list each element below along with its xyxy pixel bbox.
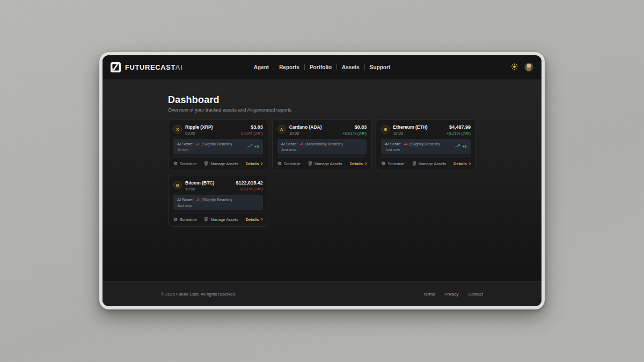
- ai-score-value: -3: [196, 197, 200, 202]
- trend-badge: +2: [247, 144, 259, 149]
- ai-sentiment: (Slightly Bearish): [202, 142, 232, 146]
- theme-toggle-button[interactable]: [510, 62, 519, 73]
- nav-item-portfolio[interactable]: Portfolio: [305, 63, 336, 72]
- header-right: [510, 62, 533, 73]
- footer-link-contact[interactable]: Contact: [468, 292, 483, 297]
- ai-score-value: -3: [196, 142, 200, 146]
- asset-card: A Cardano (ADA) 10:00 $0.83 +0.01% (24h)…: [272, 119, 372, 171]
- asset-initial-icon: A: [277, 125, 286, 134]
- trending-up-icon: [455, 144, 460, 149]
- asset-name: Bitcoin (BTC): [185, 180, 214, 186]
- manage-assets-button[interactable]: Manage Assets: [204, 161, 238, 167]
- asset-price: $3.03: [251, 124, 263, 130]
- page-subtitle: Overview of your tracked assets and AI-g…: [168, 107, 476, 113]
- asset-card: B Bitcoin (BTC) 10:00 $122,015.42 -0.01%…: [168, 175, 268, 227]
- gear-icon: ⚙: [381, 161, 385, 166]
- asset-price: $4,487.99: [449, 124, 471, 130]
- trend-value: +2: [254, 144, 259, 149]
- details-button[interactable]: Details ›: [246, 161, 263, 166]
- ai-sentiment: (Slightly Bearish): [409, 142, 440, 146]
- ai-sentiment: (Moderately Bearish): [305, 142, 343, 146]
- asset-change: -1.93% (24h): [239, 131, 262, 136]
- trash-icon: [308, 161, 312, 167]
- ai-score-panel: AI Score: -4 (Slightly Bearish) Just now…: [381, 139, 471, 154]
- chevron-right-icon: ›: [261, 161, 262, 166]
- trash-icon: [204, 161, 208, 167]
- ai-score-label: AI Score:: [177, 142, 194, 146]
- asset-cards-grid: X Ripple (XRP) 09:00 $3.03 -1.93% (24h) …: [168, 119, 476, 227]
- gear-icon: ⚙: [173, 161, 178, 166]
- asset-time: 10:00: [393, 131, 427, 136]
- gear-icon: ⚙: [173, 217, 178, 222]
- copyright-text: © 2025 Future Cast. All rights reserved.: [161, 292, 236, 297]
- nav-item-reports[interactable]: Reports: [274, 63, 304, 72]
- asset-price: $0.83: [355, 124, 367, 130]
- details-button[interactable]: Details ›: [349, 161, 367, 166]
- ai-sentiment: (Slightly Bearish): [202, 197, 232, 202]
- ai-updated-time: Just now: [281, 148, 343, 152]
- trending-up-icon: [247, 144, 253, 149]
- asset-initial-icon: E: [381, 125, 390, 134]
- ai-score-value: -6: [300, 142, 304, 146]
- app-footer: © 2025 Future Cast. All rights reserved.…: [103, 281, 541, 306]
- desktop-background: FUTURECASTAI AgentReportsPortfolioAssets…: [0, 0, 644, 362]
- schedule-button[interactable]: ⚙ Schedule: [173, 217, 196, 222]
- ai-score-panel: AI Score: -3 (Slightly Bearish) Just now: [173, 195, 263, 210]
- ai-updated-time: Just now: [385, 148, 440, 152]
- user-avatar[interactable]: [524, 63, 533, 72]
- app-window: FUTURECASTAI AgentReportsPortfolioAssets…: [99, 52, 545, 309]
- ai-score-label: AI Score:: [281, 142, 298, 146]
- trash-icon: [204, 217, 208, 223]
- asset-name: Ethereum (ETH): [393, 124, 427, 130]
- asset-time: 10:00: [185, 187, 214, 191]
- details-button[interactable]: Details ›: [453, 161, 471, 166]
- trend-badge: +1: [455, 144, 467, 149]
- asset-price: $122,015.42: [236, 180, 263, 186]
- manage-assets-button[interactable]: Manage Assets: [204, 217, 238, 223]
- ai-score-label: AI Score:: [177, 197, 194, 202]
- manage-assets-button[interactable]: Manage Assets: [308, 161, 342, 167]
- nav-item-agent[interactable]: Agent: [249, 63, 274, 72]
- asset-card: X Ripple (XRP) 09:00 $3.03 -1.93% (24h) …: [168, 119, 268, 171]
- footer-link-terms[interactable]: Terms: [423, 292, 435, 297]
- trash-icon: [412, 161, 416, 167]
- brand-logo-icon: [111, 62, 121, 72]
- schedule-button[interactable]: ⚙ Schedule: [381, 161, 404, 166]
- asset-time: 09:00: [185, 131, 213, 136]
- trend-value: +1: [462, 144, 467, 149]
- app-header: FUTURECASTAI AgentReportsPortfolioAssets…: [103, 55, 541, 80]
- asset-change: -0.01% (24h): [239, 187, 262, 191]
- asset-name: Cardano (ADA): [289, 124, 322, 130]
- chevron-right-icon: ›: [261, 217, 262, 222]
- ai-updated-time: 1h ago: [177, 148, 232, 152]
- footer-links: TermsPrivacyContact: [423, 292, 483, 297]
- asset-change: +0.21% (24h): [447, 131, 471, 136]
- main-content: Dashboard Overview of your tracked asset…: [103, 80, 541, 281]
- ai-score-panel: AI Score: -6 (Moderately Bearish) Just n…: [277, 139, 367, 154]
- page-title: Dashboard: [168, 94, 476, 106]
- ai-score-value: -4: [404, 142, 407, 146]
- gear-icon: ⚙: [277, 161, 282, 166]
- asset-initial-icon: B: [173, 181, 182, 189]
- schedule-button[interactable]: ⚙ Schedule: [277, 161, 301, 166]
- asset-card: E Ethereum (ETH) 10:00 $4,487.99 +0.21% …: [376, 119, 476, 171]
- chevron-right-icon: ›: [469, 161, 471, 166]
- nav-item-support[interactable]: Support: [365, 63, 395, 72]
- ai-updated-time: Just now: [177, 204, 232, 208]
- brand[interactable]: FUTURECASTAI: [111, 62, 182, 72]
- asset-time: 10:00: [289, 131, 322, 136]
- brand-name: FUTURECASTAI: [125, 63, 182, 71]
- details-button[interactable]: Details ›: [246, 217, 263, 222]
- asset-change: +0.01% (24h): [342, 131, 367, 136]
- footer-link-privacy[interactable]: Privacy: [444, 292, 458, 297]
- asset-name: Ripple (XRP): [185, 124, 213, 130]
- chevron-right-icon: ›: [365, 161, 367, 166]
- ai-score-panel: AI Score: -3 (Slightly Bearish) 1h ago +…: [173, 139, 263, 154]
- schedule-button[interactable]: ⚙ Schedule: [173, 161, 196, 166]
- ai-score-label: AI Score:: [385, 142, 401, 146]
- manage-assets-button[interactable]: Manage Assets: [412, 161, 446, 167]
- nav-item-assets[interactable]: Assets: [337, 63, 364, 72]
- asset-initial-icon: X: [173, 125, 182, 134]
- sun-icon: [511, 63, 518, 72]
